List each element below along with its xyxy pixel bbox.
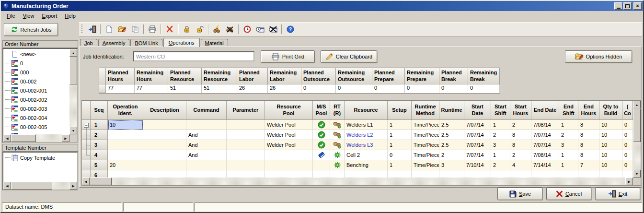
grid-row-header[interactable]: 1	[91, 120, 108, 130]
grid-cell-description[interactable]	[143, 150, 186, 160]
grid-cell-setup[interactable]: 1	[388, 130, 412, 140]
tree-item[interactable]: 0	[5, 59, 69, 68]
grid-cell-setup[interactable]: 1	[388, 140, 412, 150]
grid-column-header[interactable]: Seq	[91, 101, 108, 120]
grid-cell-runtime_method[interactable]	[412, 170, 439, 178]
grid-tree-cell[interactable]	[82, 120, 91, 130]
grid-cell-end_date[interactable]: 7/07/14	[531, 130, 559, 140]
grid-column-header[interactable]: Start Hours	[510, 101, 531, 120]
grid-cell-start_hours[interactable]: 2	[510, 150, 531, 160]
grid-cell-resource[interactable]: Cell 2	[345, 150, 388, 160]
grid-cell-qty_to_build[interactable]: 10	[599, 140, 622, 150]
scroll-right-arrow[interactable]: ▶	[62, 134, 69, 142]
tree-item[interactable]: Copy Template	[5, 153, 77, 162]
grid-cell-col_extra[interactable]: 0	[622, 160, 633, 170]
grid-cell-runtime[interactable]: 2	[439, 150, 464, 160]
grid-row-header[interactable]: 5	[91, 160, 108, 170]
grid-cell-start_date[interactable]: 7/07/14	[464, 140, 491, 150]
grid-column-header[interactable]: Description	[143, 101, 186, 120]
grid-column-header[interactable]: Qty to Build	[599, 101, 622, 120]
toolbar-clock-window-button[interactable]	[254, 23, 266, 36]
grid-cell-start_date[interactable]: 7/07/14	[464, 150, 491, 160]
grid-column-header[interactable]: ( Co	[622, 101, 633, 120]
grid-cell-setup[interactable]	[388, 170, 412, 178]
toolbar-open-folder-button[interactable]	[116, 23, 128, 36]
grid-cell-runtime_method[interactable]: Time/Piece	[412, 120, 439, 130]
grid-cell-parameter[interactable]	[227, 120, 265, 130]
grid-cell-op_ident[interactable]	[108, 170, 143, 178]
grid-cell-resource[interactable]: Welders L2	[345, 130, 388, 140]
grid-cell-end_hours[interactable]: 7	[578, 160, 599, 170]
grid-cell-command[interactable]	[186, 170, 227, 178]
grid-cell-description[interactable]	[143, 130, 186, 140]
refresh-jobs-button[interactable]: Refresh Jobs	[4, 23, 58, 36]
menu-file[interactable]: File	[3, 12, 19, 20]
grid-cell-op_ident[interactable]	[108, 140, 143, 150]
scroll-down-arrow[interactable]: ▼	[69, 127, 77, 134]
grid-cell-resource[interactable]: Welders L3	[345, 140, 388, 150]
scroll-left-arrow[interactable]: ◀	[3, 182, 11, 189]
grid-cell-resource_pool[interactable]: Welder Pool	[265, 130, 313, 140]
grid-cell-qty_to_build[interactable]: 10	[599, 160, 622, 170]
grid-cell-col_extra[interactable]	[622, 170, 633, 178]
grid-column-header[interactable]: Resource Pool	[265, 101, 313, 120]
grid-cell-start_shift[interactable]: 3	[491, 140, 510, 150]
menu-export[interactable]: Export	[38, 12, 61, 20]
grid-cell-runtime[interactable]: 2.5	[439, 130, 464, 140]
grid-cell-command[interactable]	[186, 160, 227, 170]
minimize-button[interactable]	[614, 2, 622, 10]
grid-cell-setup[interactable]: 1	[388, 160, 412, 170]
close-button[interactable]: ×	[633, 2, 642, 10]
grid-cell-end_hours[interactable]: 8	[578, 140, 599, 150]
grid-cell-op_ident[interactable]	[108, 150, 143, 160]
grid-cell-start_shift[interactable]: 2	[491, 130, 510, 140]
grid-cell-setup[interactable]: 0	[388, 150, 412, 160]
menu-view[interactable]: View	[19, 12, 38, 20]
grid-column-header[interactable]: End Hours	[578, 101, 599, 120]
grid-cell-parameter[interactable]	[227, 170, 265, 178]
toolbar-explode-bom-button[interactable]	[211, 23, 223, 36]
grid-column-header[interactable]: RT (R)	[330, 101, 345, 120]
scroll-up-arrow[interactable]: ▲	[633, 101, 641, 108]
grid-cell-runtime_method[interactable]: Time/Piece	[412, 160, 439, 170]
grid-cell-col_extra[interactable]: 0	[622, 130, 633, 140]
toolbar-help-button[interactable]: ?	[284, 23, 297, 36]
grid-cell-description[interactable]	[143, 160, 186, 170]
grid-cell-description[interactable]	[143, 170, 186, 178]
grid-cell-op_ident[interactable]: 20	[108, 160, 143, 170]
tree-item[interactable]: 00-002	[5, 77, 69, 86]
print-grid-button[interactable]: Print Grid	[261, 50, 315, 63]
grid-cell-end_hours[interactable]: 8	[578, 150, 599, 160]
grid-cell-ms_pool_icon[interactable]	[313, 150, 330, 160]
grid-cell-runtime[interactable]: 3	[439, 160, 464, 170]
tree-item[interactable]: 000	[5, 68, 69, 77]
grid-cell-rt_icon[interactable]	[330, 150, 345, 160]
grid-cell-col_extra[interactable]: 0	[622, 120, 633, 130]
grid-cell-end_shift[interactable]: 1	[559, 160, 578, 170]
grid-cell-op_ident[interactable]: 10	[108, 120, 143, 130]
grid-cell-ms_pool_icon[interactable]	[313, 130, 330, 140]
toolbar-print-button[interactable]	[146, 23, 159, 36]
save-button[interactable]: Save	[497, 188, 542, 200]
toolbar-delete-button[interactable]	[163, 23, 176, 36]
tree-item[interactable]: 00-002-001	[5, 86, 69, 95]
grid-cell-end_hours[interactable]	[578, 170, 599, 178]
grid-cell-setup[interactable]: 1	[388, 120, 412, 130]
grid-cell-runtime_method[interactable]: Time/Piece	[412, 140, 439, 150]
grid-row-header[interactable]: 4	[91, 150, 108, 160]
clear-clipboard-button[interactable]: Clear Clipboard	[321, 50, 377, 63]
grid-cell-runtime[interactable]: 2.5	[439, 140, 464, 150]
grid-cell-qty_to_build[interactable]: 10	[599, 150, 622, 160]
grid-cell-command[interactable]	[186, 120, 227, 130]
grid-column-header[interactable]: End Date	[531, 101, 559, 120]
tree-item[interactable]: 00-002-004	[5, 113, 69, 122]
grid-cell-resource_pool[interactable]	[265, 170, 313, 178]
maximize-button[interactable]	[623, 2, 632, 10]
scroll-thumb[interactable]	[90, 178, 112, 185]
grid-cell-parameter[interactable]	[227, 140, 265, 150]
grid-cell-end_date[interactable]: 7/14/14	[531, 160, 559, 170]
grid-column-header[interactable]: Setup	[388, 101, 412, 120]
tab-operations[interactable]: Operations	[163, 38, 200, 47]
grid-cell-ms_pool_icon[interactable]	[313, 120, 330, 130]
grid-cell-start_shift[interactable]	[491, 170, 510, 178]
